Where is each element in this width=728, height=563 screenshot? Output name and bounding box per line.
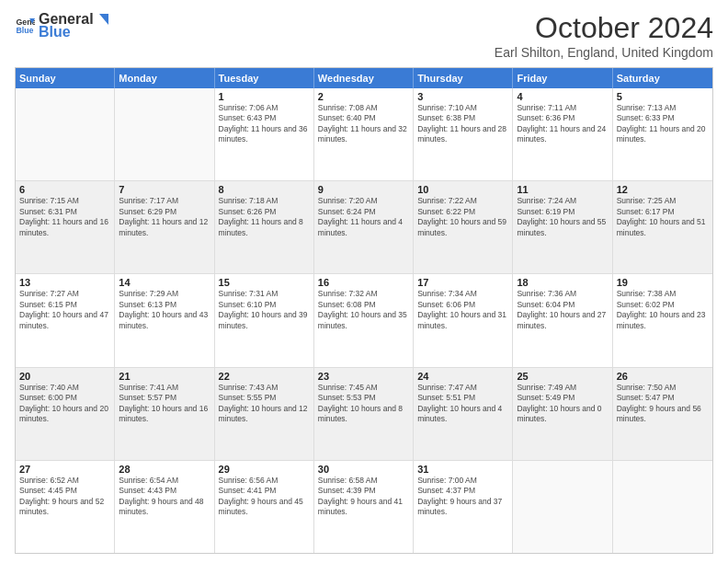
logo-triangle-icon	[96, 12, 110, 27]
day-number: 25	[517, 371, 608, 382]
day-number: 9	[318, 184, 409, 195]
calendar-cell: 22Sunrise: 7:43 AM Sunset: 5:55 PM Dayli…	[215, 368, 314, 460]
calendar-week-4: 20Sunrise: 7:40 AM Sunset: 6:00 PM Dayli…	[16, 368, 712, 461]
day-number: 15	[219, 277, 310, 288]
cell-sun-info: Sunrise: 7:34 AM Sunset: 6:06 PM Dayligh…	[417, 289, 508, 331]
calendar-cell: 26Sunrise: 7:50 AM Sunset: 5:47 PM Dayli…	[613, 368, 712, 460]
cell-sun-info: Sunrise: 7:32 AM Sunset: 6:08 PM Dayligh…	[318, 289, 409, 331]
calendar-cell: 10Sunrise: 7:22 AM Sunset: 6:22 PM Dayli…	[414, 181, 513, 273]
calendar-cell: 15Sunrise: 7:31 AM Sunset: 6:10 PM Dayli…	[215, 274, 314, 366]
header-cell-tuesday: Tuesday	[215, 68, 314, 88]
day-number: 30	[318, 464, 409, 475]
cell-sun-info: Sunrise: 7:00 AM Sunset: 4:37 PM Dayligh…	[417, 476, 508, 518]
cell-sun-info: Sunrise: 7:36 AM Sunset: 6:04 PM Dayligh…	[517, 289, 608, 331]
calendar-cell: 23Sunrise: 7:45 AM Sunset: 5:53 PM Dayli…	[314, 368, 414, 460]
cell-sun-info: Sunrise: 7:38 AM Sunset: 6:02 PM Dayligh…	[617, 289, 709, 331]
calendar-cell: 27Sunrise: 6:52 AM Sunset: 4:45 PM Dayli…	[16, 461, 115, 553]
calendar-cell	[115, 88, 214, 180]
day-number: 5	[617, 91, 709, 102]
calendar-cell: 25Sunrise: 7:49 AM Sunset: 5:49 PM Dayli…	[513, 368, 612, 460]
logo: General Blue General Blue	[15, 11, 110, 40]
cell-sun-info: Sunrise: 6:58 AM Sunset: 4:39 PM Dayligh…	[318, 476, 409, 518]
day-number: 27	[19, 464, 110, 475]
cell-sun-info: Sunrise: 7:13 AM Sunset: 6:33 PM Dayligh…	[617, 103, 709, 145]
calendar-cell: 5Sunrise: 7:13 AM Sunset: 6:33 PM Daylig…	[613, 88, 712, 180]
calendar-body: 1Sunrise: 7:06 AM Sunset: 6:43 PM Daylig…	[16, 88, 712, 553]
cell-sun-info: Sunrise: 7:47 AM Sunset: 5:51 PM Dayligh…	[417, 383, 508, 425]
day-number: 10	[417, 184, 508, 195]
calendar-cell	[613, 461, 712, 553]
calendar-cell: 3Sunrise: 7:10 AM Sunset: 6:38 PM Daylig…	[414, 88, 513, 180]
location: Earl Shilton, England, United Kingdom	[495, 45, 713, 60]
svg-text:Blue: Blue	[16, 26, 33, 35]
day-number: 23	[318, 371, 409, 382]
cell-sun-info: Sunrise: 6:52 AM Sunset: 4:45 PM Dayligh…	[19, 476, 110, 518]
day-number: 11	[517, 184, 608, 195]
calendar-cell: 28Sunrise: 6:54 AM Sunset: 4:43 PM Dayli…	[115, 461, 214, 553]
day-number: 31	[417, 464, 508, 475]
day-number: 6	[19, 184, 110, 195]
day-number: 21	[119, 371, 210, 382]
day-number: 14	[119, 277, 210, 288]
calendar-cell: 6Sunrise: 7:15 AM Sunset: 6:31 PM Daylig…	[16, 181, 115, 273]
calendar-cell: 24Sunrise: 7:47 AM Sunset: 5:51 PM Dayli…	[414, 368, 513, 460]
logo-icon: General Blue	[15, 16, 35, 36]
header-cell-monday: Monday	[115, 68, 214, 88]
calendar-week-5: 27Sunrise: 6:52 AM Sunset: 4:45 PM Dayli…	[16, 461, 712, 553]
day-number: 1	[219, 91, 310, 102]
calendar-cell: 11Sunrise: 7:24 AM Sunset: 6:19 PM Dayli…	[513, 181, 612, 273]
cell-sun-info: Sunrise: 6:56 AM Sunset: 4:41 PM Dayligh…	[219, 476, 310, 518]
header-cell-saturday: Saturday	[613, 68, 712, 88]
calendar-cell: 29Sunrise: 6:56 AM Sunset: 4:41 PM Dayli…	[215, 461, 314, 553]
calendar-cell: 2Sunrise: 7:08 AM Sunset: 6:40 PM Daylig…	[314, 88, 414, 180]
day-number: 17	[417, 277, 508, 288]
title-section: October 2024 Earl Shilton, England, Unit…	[495, 11, 713, 60]
cell-sun-info: Sunrise: 7:45 AM Sunset: 5:53 PM Dayligh…	[318, 383, 409, 425]
cell-sun-info: Sunrise: 7:29 AM Sunset: 6:13 PM Dayligh…	[119, 289, 210, 331]
cell-sun-info: Sunrise: 7:50 AM Sunset: 5:47 PM Dayligh…	[617, 383, 709, 425]
day-number: 13	[19, 277, 110, 288]
cell-sun-info: Sunrise: 7:11 AM Sunset: 6:36 PM Dayligh…	[517, 103, 608, 145]
day-number: 8	[219, 184, 310, 195]
calendar-cell: 8Sunrise: 7:18 AM Sunset: 6:26 PM Daylig…	[215, 181, 314, 273]
cell-sun-info: Sunrise: 7:40 AM Sunset: 6:00 PM Dayligh…	[19, 383, 110, 425]
calendar-cell	[16, 88, 115, 180]
day-number: 4	[517, 91, 608, 102]
calendar-cell: 19Sunrise: 7:38 AM Sunset: 6:02 PM Dayli…	[613, 274, 712, 366]
calendar-header: SundayMondayTuesdayWednesdayThursdayFrid…	[16, 68, 712, 88]
header-cell-friday: Friday	[513, 68, 612, 88]
cell-sun-info: Sunrise: 7:10 AM Sunset: 6:38 PM Dayligh…	[417, 103, 508, 145]
header-cell-wednesday: Wednesday	[314, 68, 414, 88]
calendar-cell: 31Sunrise: 7:00 AM Sunset: 4:37 PM Dayli…	[414, 461, 513, 553]
cell-sun-info: Sunrise: 7:20 AM Sunset: 6:24 PM Dayligh…	[318, 196, 409, 238]
day-number: 20	[19, 371, 110, 382]
calendar-week-1: 1Sunrise: 7:06 AM Sunset: 6:43 PM Daylig…	[16, 88, 712, 181]
month-title: October 2024	[495, 11, 713, 45]
calendar-cell: 1Sunrise: 7:06 AM Sunset: 6:43 PM Daylig…	[215, 88, 314, 180]
cell-sun-info: Sunrise: 7:22 AM Sunset: 6:22 PM Dayligh…	[417, 196, 508, 238]
header-cell-sunday: Sunday	[16, 68, 115, 88]
calendar-week-2: 6Sunrise: 7:15 AM Sunset: 6:31 PM Daylig…	[16, 181, 712, 274]
cell-sun-info: Sunrise: 7:24 AM Sunset: 6:19 PM Dayligh…	[517, 196, 608, 238]
page-header: General Blue General Blue October 2024 E…	[15, 11, 713, 60]
day-number: 24	[417, 371, 508, 382]
calendar-week-3: 13Sunrise: 7:27 AM Sunset: 6:15 PM Dayli…	[16, 274, 712, 367]
calendar-cell: 7Sunrise: 7:17 AM Sunset: 6:29 PM Daylig…	[115, 181, 214, 273]
calendar-cell: 9Sunrise: 7:20 AM Sunset: 6:24 PM Daylig…	[314, 181, 414, 273]
day-number: 3	[417, 91, 508, 102]
day-number: 7	[119, 184, 210, 195]
calendar-cell: 21Sunrise: 7:41 AM Sunset: 5:57 PM Dayli…	[115, 368, 214, 460]
calendar: SundayMondayTuesdayWednesdayThursdayFrid…	[15, 67, 713, 554]
header-cell-thursday: Thursday	[414, 68, 513, 88]
cell-sun-info: Sunrise: 7:18 AM Sunset: 6:26 PM Dayligh…	[219, 196, 310, 238]
day-number: 12	[617, 184, 709, 195]
cell-sun-info: Sunrise: 7:27 AM Sunset: 6:15 PM Dayligh…	[19, 289, 110, 331]
cell-sun-info: Sunrise: 7:31 AM Sunset: 6:10 PM Dayligh…	[219, 289, 310, 331]
calendar-cell: 13Sunrise: 7:27 AM Sunset: 6:15 PM Dayli…	[16, 274, 115, 366]
day-number: 22	[219, 371, 310, 382]
svg-marker-3	[99, 14, 108, 25]
calendar-cell: 18Sunrise: 7:36 AM Sunset: 6:04 PM Dayli…	[513, 274, 612, 366]
cell-sun-info: Sunrise: 7:49 AM Sunset: 5:49 PM Dayligh…	[517, 383, 608, 425]
cell-sun-info: Sunrise: 7:25 AM Sunset: 6:17 PM Dayligh…	[617, 196, 709, 238]
cell-sun-info: Sunrise: 7:43 AM Sunset: 5:55 PM Dayligh…	[219, 383, 310, 425]
